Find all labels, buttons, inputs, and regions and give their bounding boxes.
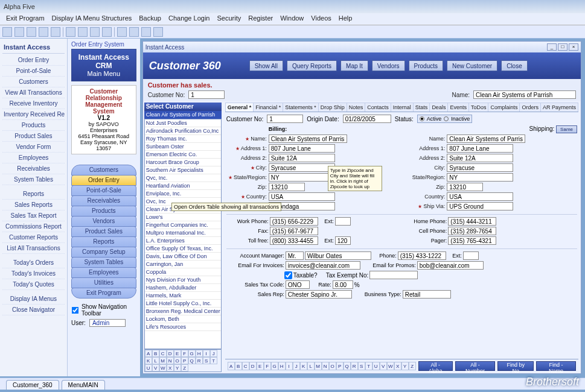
alpha-letter[interactable]: S [358, 362, 365, 370]
cell-phone-input[interactable] [448, 227, 496, 235]
main-menu-button[interactable]: Employees [71, 267, 136, 278]
menu-help[interactable]: Help [335, 13, 356, 25]
main-menu-button[interactable]: Vendors [71, 216, 136, 227]
customer-list-item[interactable]: Carrington, Jan [145, 261, 221, 268]
tab[interactable]: AR Payments [541, 103, 578, 112]
tab[interactable]: General * [225, 103, 254, 112]
bill-state-input[interactable] [269, 173, 335, 182]
alpha-letter[interactable]: C [242, 362, 249, 370]
ship-city-input[interactable] [447, 163, 513, 172]
main-menu-button[interactable]: Customers [71, 165, 136, 175]
close-button[interactable]: Close [501, 60, 528, 71]
left-nav-item[interactable]: Receivables [2, 163, 65, 174]
alpha-letter[interactable]: R [351, 362, 358, 370]
tool-help-icon[interactable] [141, 27, 151, 37]
left-nav-item[interactable]: Commissions Report [2, 221, 65, 232]
active-radio[interactable] [420, 116, 424, 121]
email-inv-input[interactable] [286, 261, 360, 270]
customer-list-item[interactable]: Lockom, Beth [145, 315, 221, 323]
minimize-icon[interactable]: _ [547, 43, 557, 51]
acct-mgr-prefix[interactable] [286, 251, 304, 260]
ship-a2-input[interactable] [447, 154, 513, 162]
products-button[interactable]: Products [409, 60, 443, 71]
tab[interactable]: Statements * [283, 103, 319, 112]
alpha-letter[interactable]: X [167, 364, 174, 371]
sales-tax-code-input[interactable] [286, 280, 310, 289]
home-phone-input[interactable] [448, 217, 496, 226]
alpha-letter[interactable]: I [203, 350, 210, 357]
left-nav-item[interactable]: Point-of-Sale [2, 66, 65, 77]
alpha-letter[interactable]: G [188, 350, 196, 357]
new-customer-button[interactable]: New Customer [447, 60, 497, 71]
find-by-no-button[interactable]: Find by No [497, 361, 534, 371]
alpha-letter[interactable]: V [152, 364, 159, 371]
menu-display-ia[interactable]: Display IA Menu Structures [48, 13, 136, 25]
alpha-letter[interactable]: Q [188, 357, 196, 364]
acct-mgr-input[interactable] [305, 251, 371, 260]
bill-a1-input[interactable] [269, 144, 335, 153]
left-nav-item[interactable]: Today's Quotes [2, 279, 65, 290]
menu-register[interactable]: Register [245, 13, 277, 25]
origin-date-input[interactable] [343, 115, 391, 123]
customer-list-item[interactable]: L.A. Enterprises [145, 237, 221, 245]
pager-input[interactable] [448, 236, 496, 245]
customer-list-item[interactable]: Coppola [145, 268, 221, 276]
left-nav-item[interactable]: Employees [2, 153, 65, 163]
ship-via-input[interactable] [447, 202, 513, 210]
customer-list-item[interactable]: Davis, Law Office Of Don [145, 253, 221, 261]
alpha-letter[interactable]: K [145, 357, 152, 364]
tool-sort-icon[interactable] [90, 27, 100, 37]
tab[interactable]: Complaints [488, 103, 520, 112]
alpha-letter[interactable]: K [300, 362, 307, 370]
left-nav-item[interactable]: Sales Tax Report [2, 210, 65, 221]
vendors-button[interactable]: Vendors [372, 60, 405, 71]
menu-change-login[interactable]: Change Login [165, 13, 214, 25]
maximize-icon[interactable]: □ [558, 43, 567, 51]
customer-list-item[interactable]: Enviplace, Inc. [145, 190, 221, 198]
alpha-letter[interactable]: H [196, 350, 203, 357]
alpha-letter[interactable]: M [159, 357, 167, 364]
left-nav-item[interactable]: Today's Orders [2, 258, 65, 268]
left-nav-item[interactable]: Vendor Form [2, 142, 65, 153]
main-menu-button[interactable]: Products [71, 206, 136, 217]
tab-customer360[interactable]: Customer_360 [6, 380, 59, 390]
alpha-letter[interactable]: N [167, 357, 174, 364]
tool-print-icon[interactable] [129, 27, 139, 37]
ship-state-input[interactable] [447, 173, 513, 182]
menu-exit[interactable]: Exit Program [2, 13, 48, 25]
acct-ext-input[interactable] [463, 251, 479, 260]
custno-input[interactable] [188, 90, 225, 99]
left-nav-item[interactable]: Today's Invoices [2, 268, 65, 279]
alpha-letter[interactable]: D [249, 362, 257, 370]
bill-a2-input[interactable] [269, 154, 335, 162]
alpha-letter[interactable]: S [203, 357, 210, 364]
alpha-letter[interactable]: E [174, 350, 181, 357]
tool-exit-icon[interactable] [153, 27, 163, 37]
customer-list-item[interactable]: Office Supply Of Texas, Inc. [145, 245, 221, 253]
alpha-letter[interactable]: T [365, 362, 372, 370]
work-phone-input[interactable] [270, 217, 318, 226]
alpha-letter[interactable]: B [152, 350, 159, 357]
find-name-button[interactable]: Find - Name [536, 361, 576, 371]
customer-list-item[interactable]: Hashem, Abdulkader [145, 284, 221, 292]
tab[interactable]: Stats [414, 103, 430, 112]
alpha-letter[interactable]: O [174, 357, 181, 364]
ship-country-input[interactable] [447, 192, 513, 201]
customer-list-item[interactable]: Adirondack Purification Co,Inc [145, 127, 221, 135]
tool-rec-icon[interactable] [27, 27, 36, 37]
alpha-letter[interactable]: T [210, 357, 217, 364]
left-nav-item[interactable]: Products [2, 120, 65, 131]
customer-list-item[interactable]: Life's Resources [145, 323, 221, 331]
show-all-button[interactable]: Show All [249, 60, 283, 71]
all-number-button[interactable]: All - Number [455, 361, 495, 371]
tab[interactable]: Deals [430, 103, 448, 112]
customer-list-item[interactable]: Harmels, Mark [145, 292, 221, 300]
customer-list-item[interactable]: Qvc, Inc. [145, 174, 221, 182]
tab[interactable]: Orders [520, 103, 541, 112]
alpha-letter[interactable]: H [278, 362, 286, 370]
alpha-letter[interactable]: A [228, 362, 235, 370]
alpha-letter[interactable]: P [336, 362, 344, 370]
left-nav-item[interactable]: Sales Reports [2, 200, 65, 210]
alpha-letter[interactable]: W [159, 364, 167, 371]
alpha-letter[interactable]: U [372, 362, 380, 370]
